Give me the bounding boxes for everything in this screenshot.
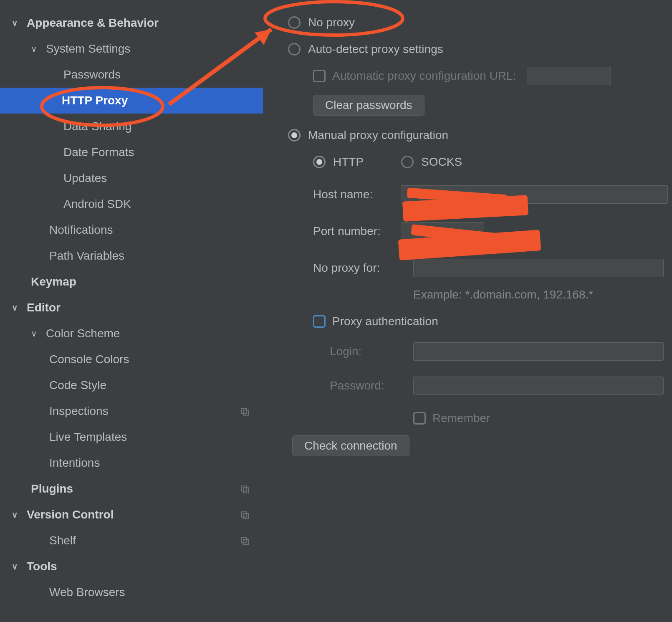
svg-rect-2 bbox=[242, 486, 247, 491]
sidebar-item-label: Code Style bbox=[49, 379, 106, 392]
socks-label: SOCKS bbox=[421, 155, 462, 169]
sidebar-item-plugins[interactable]: Plugins bbox=[0, 476, 263, 502]
per-project-icon bbox=[240, 407, 250, 416]
http-label: HTTP bbox=[333, 155, 364, 169]
chevron-down-icon: ∨ bbox=[12, 561, 23, 571]
svg-rect-7 bbox=[243, 539, 248, 544]
no-proxy-for-input[interactable] bbox=[413, 259, 664, 277]
sidebar-item-label: Live Templates bbox=[49, 430, 127, 444]
no-proxy-for-label: No proxy for: bbox=[313, 261, 413, 275]
sidebar-item-label: Color Scheme bbox=[46, 327, 120, 340]
sidebar-item-keymap[interactable]: Keymap bbox=[0, 269, 263, 295]
sidebar-item-label: Web Browsers bbox=[49, 586, 125, 599]
sidebar-item-label: Android SDK bbox=[63, 197, 131, 211]
login-label: Login: bbox=[330, 345, 413, 358]
chevron-down-icon: ∨ bbox=[31, 44, 43, 54]
login-input[interactable] bbox=[413, 342, 664, 361]
svg-rect-1 bbox=[243, 410, 248, 415]
sidebar-item-label: Data Sharing bbox=[63, 120, 131, 133]
http-proxy-panel: No proxy Auto-detect proxy settings Auto… bbox=[263, 0, 672, 622]
sidebar-item-label: HTTP Proxy bbox=[62, 94, 128, 107]
button-label: Clear passwords bbox=[325, 99, 412, 112]
check-connection-button[interactable]: Check connection bbox=[292, 435, 409, 456]
svg-rect-0 bbox=[242, 408, 247, 413]
sidebar-item-label: Shelf bbox=[49, 534, 76, 547]
sidebar-item-label: Plugins bbox=[31, 482, 73, 496]
sidebar-item-label: Editor bbox=[27, 301, 61, 314]
sidebar-item-console-colors[interactable]: Console Colors bbox=[0, 346, 263, 372]
password-label: Password: bbox=[330, 379, 413, 392]
auto-detect-radio[interactable] bbox=[288, 43, 301, 56]
svg-rect-3 bbox=[243, 488, 248, 493]
chevron-down-icon: ∨ bbox=[12, 510, 23, 520]
sidebar-item-data-sharing[interactable]: Data Sharing bbox=[0, 114, 263, 139]
sidebar-item-http-proxy[interactable]: HTTP Proxy bbox=[0, 88, 263, 114]
remember-label: Remember bbox=[432, 412, 490, 425]
sidebar-item-editor[interactable]: ∨ Editor bbox=[0, 295, 263, 321]
sidebar-item-android-sdk[interactable]: Android SDK bbox=[0, 191, 263, 217]
svg-rect-5 bbox=[243, 513, 248, 518]
sidebar-item-label: Version Control bbox=[27, 508, 114, 521]
sidebar-item-color-scheme[interactable]: ∨ Color Scheme bbox=[0, 321, 263, 346]
sidebar-item-label: Tools bbox=[27, 560, 57, 573]
manual-proxy-label: Manual proxy configuration bbox=[308, 129, 448, 142]
proxy-auth-checkbox[interactable] bbox=[313, 315, 326, 328]
per-project-icon bbox=[240, 510, 250, 519]
port-label: Port number: bbox=[313, 225, 401, 238]
sidebar-item-live-templates[interactable]: Live Templates bbox=[0, 424, 263, 450]
sidebar-item-tools[interactable]: ∨ Tools bbox=[0, 554, 263, 579]
sidebar-item-web-browsers[interactable]: Web Browsers bbox=[0, 579, 263, 605]
sidebar-item-shelf[interactable]: Shelf bbox=[0, 528, 263, 554]
per-project-icon bbox=[240, 536, 250, 545]
auto-config-url-checkbox[interactable] bbox=[313, 70, 326, 82]
sidebar-item-label: Path Variables bbox=[49, 249, 124, 263]
button-label: Check connection bbox=[304, 439, 397, 453]
chevron-down-icon: ∨ bbox=[12, 18, 23, 28]
no-proxy-for-hint: Example: *.domain.com, 192.168.* bbox=[413, 288, 593, 301]
svg-rect-4 bbox=[242, 512, 247, 517]
socks-radio[interactable] bbox=[401, 156, 414, 168]
http-radio[interactable] bbox=[313, 156, 326, 168]
password-input[interactable] bbox=[413, 377, 664, 395]
auto-config-url-input[interactable] bbox=[528, 67, 611, 85]
svg-rect-6 bbox=[242, 538, 247, 543]
proxy-auth-label: Proxy authentication bbox=[332, 315, 438, 328]
remember-checkbox[interactable] bbox=[413, 412, 426, 425]
sidebar-item-code-style[interactable]: Code Style bbox=[0, 372, 263, 398]
sidebar-item-intentions[interactable]: Intentions bbox=[0, 450, 263, 476]
sidebar-item-date-formats[interactable]: Date Formats bbox=[0, 139, 263, 165]
host-label: Host name: bbox=[313, 188, 401, 201]
chevron-down-icon: ∨ bbox=[12, 303, 23, 313]
sidebar-item-label: Keymap bbox=[31, 275, 76, 288]
auto-config-url-label: Automatic proxy configuration URL: bbox=[332, 69, 516, 83]
clear-passwords-button[interactable]: Clear passwords bbox=[313, 95, 424, 116]
per-project-icon bbox=[240, 484, 250, 493]
sidebar-item-label: Date Formats bbox=[63, 146, 134, 159]
sidebar-item-label: System Settings bbox=[46, 42, 130, 56]
sidebar-item-appearance-behavior[interactable]: ∨ Appearance & Behavior bbox=[0, 10, 263, 36]
chevron-down-icon: ∨ bbox=[31, 329, 43, 339]
no-proxy-label: No proxy bbox=[308, 16, 355, 29]
sidebar-item-label: Intentions bbox=[49, 456, 100, 470]
sidebar-item-label: Appearance & Behavior bbox=[27, 16, 159, 30]
sidebar-item-updates[interactable]: Updates bbox=[0, 165, 263, 191]
sidebar-item-inspections[interactable]: Inspections bbox=[0, 398, 263, 424]
sidebar-item-label: Inspections bbox=[49, 405, 109, 418]
sidebar-item-passwords[interactable]: Passwords bbox=[0, 62, 263, 88]
manual-proxy-radio[interactable] bbox=[288, 129, 301, 142]
auto-detect-label: Auto-detect proxy settings bbox=[308, 43, 443, 56]
settings-sidebar: ∨ Appearance & Behavior ∨ System Setting… bbox=[0, 0, 263, 622]
sidebar-item-version-control[interactable]: ∨ Version Control bbox=[0, 502, 263, 528]
sidebar-item-label: Passwords bbox=[63, 68, 121, 81]
sidebar-item-label: Notifications bbox=[49, 223, 113, 237]
sidebar-item-label: Console Colors bbox=[49, 353, 129, 366]
sidebar-item-system-settings[interactable]: ∨ System Settings bbox=[0, 36, 263, 62]
sidebar-item-path-variables[interactable]: Path Variables bbox=[0, 243, 263, 269]
sidebar-item-notifications[interactable]: Notifications bbox=[0, 217, 263, 243]
sidebar-item-label: Updates bbox=[63, 172, 107, 185]
no-proxy-radio[interactable] bbox=[288, 16, 301, 29]
